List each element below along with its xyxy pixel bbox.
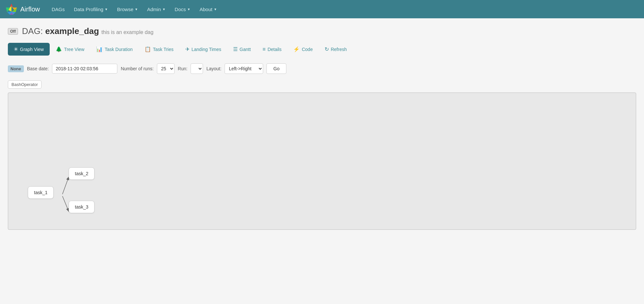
tabs: ✳ Graph View 🌲 Tree View 📊 Task Duration…	[8, 43, 636, 56]
tab-tree-view[interactable]: 🌲 Tree View	[50, 43, 90, 56]
tab-code-label: Code	[302, 47, 313, 52]
nav-menu: DAGs Data Profiling ▼ Browse ▼ Admin ▼ D…	[48, 4, 221, 15]
tab-graph-view[interactable]: ✳ Graph View	[8, 43, 50, 56]
gantt-icon: ☰	[233, 46, 238, 52]
dag-header: Off DAG: example_dag this is an example …	[8, 26, 636, 36]
graph-view-icon: ✳	[14, 46, 18, 52]
nav-item-dags[interactable]: DAGs	[48, 4, 69, 15]
tab-task-duration[interactable]: 📊 Task Duration	[90, 43, 139, 56]
task3-label: task_3	[75, 204, 88, 210]
graph-area: task_1 task_2 task_3	[8, 93, 636, 230]
dag-title: DAG: example_dag this is an example dag	[22, 26, 153, 36]
tab-task-tries-label: Task Tries	[153, 47, 174, 52]
tab-details[interactable]: ≡ Details	[257, 43, 287, 56]
tab-landing-times-label: Landing Times	[192, 47, 221, 52]
controls-bar: None Base date: Number of runs: 25 Run: …	[8, 63, 636, 74]
graph-edges	[8, 93, 636, 229]
landing-times-icon: ✈	[185, 46, 190, 52]
num-runs-label: Number of runs:	[121, 66, 153, 71]
dag-id: example_dag	[45, 26, 99, 36]
task-node-task3[interactable]: task_3	[69, 201, 94, 213]
task1-label: task_1	[34, 190, 47, 195]
svg-line-10	[62, 196, 69, 211]
none-badge: None	[8, 65, 24, 72]
nav-item-about[interactable]: About ▼	[195, 4, 221, 15]
run-label: Run:	[178, 66, 188, 71]
task-node-task2[interactable]: task_2	[69, 167, 94, 180]
nav-item-browse[interactable]: Browse ▼	[113, 4, 142, 15]
tab-details-label: Details	[267, 47, 281, 52]
task-tries-icon: 📋	[144, 46, 151, 52]
legend: BashOperator	[8, 80, 636, 89]
tab-landing-times[interactable]: ✈ Landing Times	[179, 43, 227, 56]
base-date-input[interactable]	[52, 64, 117, 74]
nav-logo[interactable]: Airflow	[5, 3, 40, 15]
tree-view-icon: 🌲	[56, 46, 62, 52]
svg-line-9	[62, 177, 69, 194]
layout-select[interactable]: Left->Right Top->Bottom	[225, 63, 263, 74]
tab-gantt[interactable]: ☰ Gantt	[227, 43, 257, 56]
go-button[interactable]: Go	[266, 63, 286, 74]
dag-title-prefix: DAG:	[22, 26, 43, 36]
tab-code[interactable]: ⚡ Code	[287, 43, 318, 56]
tab-refresh[interactable]: ↻ Refresh	[319, 43, 353, 56]
dag-toggle[interactable]: Off	[8, 28, 18, 35]
task2-label: task_2	[75, 171, 88, 176]
task-duration-icon: 📊	[96, 46, 103, 52]
details-icon: ≡	[263, 46, 265, 52]
tab-tree-view-label: Tree View	[64, 47, 84, 52]
num-runs-select[interactable]: 25	[157, 63, 175, 74]
code-icon: ⚡	[293, 46, 300, 52]
tab-refresh-label: Refresh	[331, 47, 347, 52]
page-content: Off DAG: example_dag this is an example …	[0, 18, 644, 230]
task-node-task1[interactable]: task_1	[28, 186, 54, 199]
legend-bash-operator: BashOperator	[8, 80, 42, 89]
nav-logo-text: Airflow	[20, 6, 40, 13]
tab-task-tries[interactable]: 📋 Task Tries	[139, 43, 179, 56]
refresh-icon: ↻	[325, 46, 329, 52]
nav-item-admin[interactable]: Admin ▼	[143, 4, 169, 15]
tab-task-duration-label: Task Duration	[105, 47, 133, 52]
navbar: Airflow DAGs Data Profiling ▼ Browse ▼ A…	[0, 0, 644, 18]
layout-label: Layout:	[206, 66, 221, 71]
tab-gantt-label: Gantt	[240, 47, 251, 52]
run-select[interactable]	[191, 63, 203, 74]
dag-description: this is an example dag	[101, 29, 153, 35]
nav-item-docs[interactable]: Docs ▼	[171, 4, 194, 15]
nav-item-data-profiling[interactable]: Data Profiling ▼	[70, 4, 112, 15]
base-date-label: Base date:	[27, 66, 49, 71]
tab-graph-view-label: Graph View	[20, 47, 44, 52]
